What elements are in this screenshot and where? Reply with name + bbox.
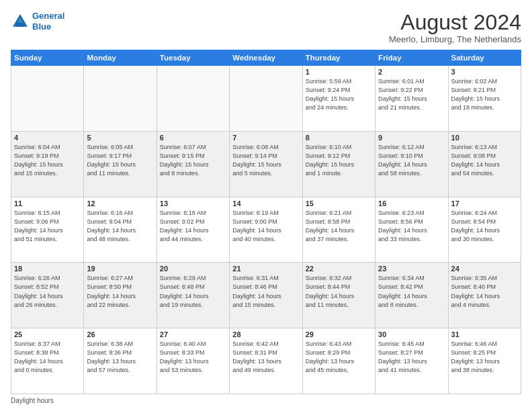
calendar-cell: 7Sunrise: 6:08 AM Sunset: 9:14 PM Daylig… <box>230 131 302 197</box>
calendar-cell: 21Sunrise: 6:31 AM Sunset: 8:46 PM Dayli… <box>230 263 302 328</box>
day-info: Sunrise: 6:24 AM Sunset: 8:54 PM Dayligh… <box>451 209 518 244</box>
calendar-cell: 31Sunrise: 6:46 AM Sunset: 8:25 PM Dayli… <box>448 328 521 394</box>
day-number: 25 <box>14 330 81 338</box>
day-number: 17 <box>451 199 518 208</box>
day-number: 9 <box>378 134 445 142</box>
calendar-cell <box>230 66 302 132</box>
day-number: 22 <box>306 265 372 273</box>
calendar-cell: 3Sunrise: 6:02 AM Sunset: 9:21 PM Daylig… <box>448 66 521 132</box>
day-info: Sunrise: 6:34 AM Sunset: 8:42 PM Dayligh… <box>378 274 445 309</box>
calendar-cell: 11Sunrise: 6:15 AM Sunset: 9:06 PM Dayli… <box>11 197 84 263</box>
calendar-cell: 25Sunrise: 6:37 AM Sunset: 8:38 PM Dayli… <box>11 328 84 394</box>
location: Meerlo, Limburg, The Netherlands <box>389 34 521 44</box>
calendar-cell: 15Sunrise: 6:21 AM Sunset: 8:58 PM Dayli… <box>302 197 375 263</box>
calendar-cell: 2Sunrise: 6:01 AM Sunset: 9:22 PM Daylig… <box>375 66 448 132</box>
logo-line1: General <box>32 11 64 21</box>
calendar-cell: 8Sunrise: 6:10 AM Sunset: 9:12 PM Daylig… <box>302 131 375 197</box>
day-number: 1 <box>306 68 372 76</box>
day-number: 3 <box>451 68 518 76</box>
col-wednesday: Wednesday <box>230 50 302 66</box>
col-tuesday: Tuesday <box>157 50 229 66</box>
calendar-cell: 28Sunrise: 6:42 AM Sunset: 8:31 PM Dayli… <box>230 328 302 394</box>
col-thursday: Thursday <box>302 50 375 66</box>
day-number: 13 <box>160 199 226 208</box>
calendar-cell: 5Sunrise: 6:05 AM Sunset: 9:17 PM Daylig… <box>84 131 157 197</box>
day-info: Sunrise: 6:15 AM Sunset: 9:06 PM Dayligh… <box>14 209 81 244</box>
calendar-header-row: Sunday Monday Tuesday Wednesday Thursday… <box>11 50 521 66</box>
logo-line2: Blue <box>32 21 51 32</box>
day-info: Sunrise: 6:27 AM Sunset: 8:50 PM Dayligh… <box>87 274 153 309</box>
calendar-cell <box>11 66 84 132</box>
day-number: 10 <box>451 134 518 142</box>
day-info: Sunrise: 6:10 AM Sunset: 9:12 PM Dayligh… <box>306 143 372 178</box>
month-title: August 2024 <box>389 11 521 34</box>
calendar-cell: 23Sunrise: 6:34 AM Sunset: 8:42 PM Dayli… <box>375 263 448 328</box>
day-info: Sunrise: 6:16 AM Sunset: 9:04 PM Dayligh… <box>87 209 153 244</box>
day-info: Sunrise: 6:19 AM Sunset: 9:00 PM Dayligh… <box>232 209 299 244</box>
day-number: 23 <box>378 265 445 273</box>
calendar-week-1: 4Sunrise: 6:04 AM Sunset: 9:19 PM Daylig… <box>11 131 521 197</box>
day-number: 20 <box>160 265 226 273</box>
calendar-cell: 22Sunrise: 6:32 AM Sunset: 8:44 PM Dayli… <box>302 263 375 328</box>
day-number: 8 <box>306 134 372 142</box>
calendar-week-2: 11Sunrise: 6:15 AM Sunset: 9:06 PM Dayli… <box>11 197 521 263</box>
day-info: Sunrise: 5:59 AM Sunset: 9:24 PM Dayligh… <box>306 77 372 112</box>
col-monday: Monday <box>84 50 157 66</box>
day-number: 4 <box>14 134 81 142</box>
day-info: Sunrise: 6:31 AM Sunset: 8:46 PM Dayligh… <box>232 274 299 309</box>
day-info: Sunrise: 6:21 AM Sunset: 8:58 PM Dayligh… <box>306 209 372 244</box>
day-info: Sunrise: 6:12 AM Sunset: 9:10 PM Dayligh… <box>378 143 445 178</box>
day-info: Sunrise: 6:13 AM Sunset: 9:08 PM Dayligh… <box>451 143 518 178</box>
day-number: 5 <box>87 134 153 142</box>
day-info: Sunrise: 6:07 AM Sunset: 9:15 PM Dayligh… <box>160 143 226 178</box>
day-info: Sunrise: 6:26 AM Sunset: 8:52 PM Dayligh… <box>14 274 81 309</box>
day-number: 26 <box>87 330 153 338</box>
day-info: Sunrise: 6:04 AM Sunset: 9:19 PM Dayligh… <box>14 143 81 178</box>
day-info: Sunrise: 6:37 AM Sunset: 8:38 PM Dayligh… <box>14 340 81 375</box>
calendar-cell: 26Sunrise: 6:38 AM Sunset: 8:36 PM Dayli… <box>84 328 157 394</box>
day-number: 7 <box>232 134 299 142</box>
day-info: Sunrise: 6:46 AM Sunset: 8:25 PM Dayligh… <box>451 340 518 375</box>
page: General Blue August 2024 Meerlo, Limburg… <box>0 0 532 411</box>
svg-rect-2 <box>16 22 24 26</box>
day-info: Sunrise: 6:01 AM Sunset: 9:22 PM Dayligh… <box>378 77 445 112</box>
day-number: 24 <box>451 265 518 273</box>
day-number: 6 <box>160 134 226 142</box>
calendar-cell: 19Sunrise: 6:27 AM Sunset: 8:50 PM Dayli… <box>84 263 157 328</box>
calendar-cell: 20Sunrise: 6:29 AM Sunset: 8:48 PM Dayli… <box>157 263 229 328</box>
title-block: August 2024 Meerlo, Limburg, The Netherl… <box>389 11 521 44</box>
calendar-cell: 1Sunrise: 5:59 AM Sunset: 9:24 PM Daylig… <box>302 66 375 132</box>
day-number: 30 <box>378 330 445 338</box>
calendar-cell <box>84 66 157 132</box>
calendar-cell: 24Sunrise: 6:35 AM Sunset: 8:40 PM Dayli… <box>448 263 521 328</box>
day-info: Sunrise: 6:05 AM Sunset: 9:17 PM Dayligh… <box>87 143 153 178</box>
day-info: Sunrise: 6:35 AM Sunset: 8:40 PM Dayligh… <box>451 274 518 309</box>
day-number: 16 <box>378 199 445 208</box>
day-info: Sunrise: 6:32 AM Sunset: 8:44 PM Dayligh… <box>306 274 372 309</box>
logo-icon <box>11 12 30 31</box>
day-info: Sunrise: 6:38 AM Sunset: 8:36 PM Dayligh… <box>87 340 153 375</box>
calendar-cell: 14Sunrise: 6:19 AM Sunset: 9:00 PM Dayli… <box>230 197 302 263</box>
col-saturday: Saturday <box>448 50 521 66</box>
calendar-cell: 6Sunrise: 6:07 AM Sunset: 9:15 PM Daylig… <box>157 131 229 197</box>
day-number: 12 <box>87 199 153 208</box>
col-sunday: Sunday <box>11 50 84 66</box>
calendar-week-3: 18Sunrise: 6:26 AM Sunset: 8:52 PM Dayli… <box>11 263 521 328</box>
calendar-cell: 30Sunrise: 6:45 AM Sunset: 8:27 PM Dayli… <box>375 328 448 394</box>
day-number: 15 <box>306 199 372 208</box>
day-number: 14 <box>232 199 299 208</box>
day-number: 11 <box>14 199 81 208</box>
day-info: Sunrise: 6:40 AM Sunset: 8:33 PM Dayligh… <box>160 340 226 375</box>
day-number: 2 <box>378 68 445 76</box>
day-number: 21 <box>232 265 299 273</box>
day-number: 18 <box>14 265 81 273</box>
day-info: Sunrise: 6:29 AM Sunset: 8:48 PM Dayligh… <box>160 274 226 309</box>
logo: General Blue <box>11 11 64 32</box>
calendar-cell: 27Sunrise: 6:40 AM Sunset: 8:33 PM Dayli… <box>157 328 229 394</box>
day-number: 19 <box>87 265 153 273</box>
logo-text: General Blue <box>32 11 64 32</box>
day-number: 27 <box>160 330 226 338</box>
calendar-table: Sunday Monday Tuesday Wednesday Thursday… <box>11 50 521 394</box>
day-info: Sunrise: 6:18 AM Sunset: 9:02 PM Dayligh… <box>160 209 226 244</box>
calendar-week-0: 1Sunrise: 5:59 AM Sunset: 9:24 PM Daylig… <box>11 66 521 132</box>
